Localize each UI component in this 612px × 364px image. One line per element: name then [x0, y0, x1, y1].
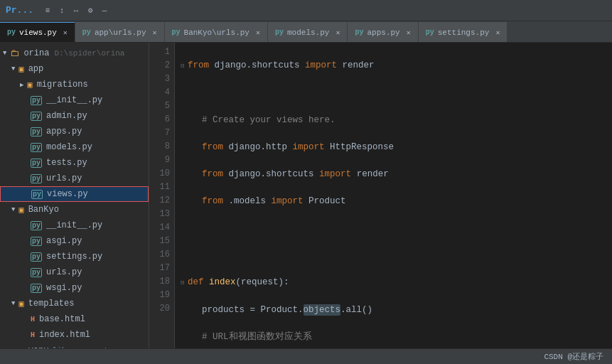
py-icon: py — [82, 28, 91, 36]
code-line-10: products = Product.objects.all() — [181, 304, 612, 317]
code-content: 1 2 3 4 5 6 7 8 9 10 11 12 13 14 15 16 1… — [149, 43, 612, 348]
code-line-1: ⊟from django.shortcuts import render — [181, 59, 612, 73]
py-file-icon: py — [31, 284, 42, 293]
tab-bankyo-urls[interactable]: py BanKyo\urls.py ✕ — [165, 22, 267, 42]
arrow-icon: ▼ — [11, 206, 15, 213]
tab-close-icon[interactable]: ✕ — [407, 28, 411, 37]
split-h-icon[interactable]: ↔ — [70, 5, 82, 16]
sidebar-item-bankyo-wsgi[interactable]: py wsgi.py — [0, 280, 149, 296]
py-icon: py — [426, 28, 434, 36]
sidebar-item-apps[interactable]: py apps.py — [0, 124, 149, 139]
sidebar-item-tests[interactable]: py tests.py — [0, 155, 149, 171]
py-file-icon: py — [31, 127, 42, 136]
sidebar-item-bankyo-init[interactable]: py __init__.py — [0, 218, 149, 233]
tab-close-icon[interactable]: ✕ — [335, 28, 340, 37]
line-numbers: 1 2 3 4 5 6 7 8 9 10 11 12 13 14 15 16 1… — [149, 43, 175, 348]
sidebar-item-label: urls.py — [46, 173, 82, 183]
sidebar-item-label: urls.py — [46, 267, 82, 277]
tab-models[interactable]: py models.py ✕ — [268, 22, 347, 42]
py-file-icon: py — [31, 112, 42, 121]
sidebar-item-label: views.py — [47, 189, 88, 199]
root-folder-icon: 🗀 — [10, 48, 19, 59]
html-file-icon: H — [31, 316, 35, 323]
root-label: orina — [23, 48, 49, 58]
settings-icon[interactable]: ⚙ — [85, 5, 96, 16]
folder-icon: ▣ — [18, 64, 23, 75]
sidebar-item-label: __init__.py — [46, 220, 102, 230]
code-line-11: # URL和视图函数对应关系 — [181, 331, 612, 344]
sidebar: ▼ 🗀 orina D:\spider\orina ▼ ▣ app ▶ ▣ mi… — [0, 43, 149, 348]
sidebar-item-label: BanKyo — [28, 205, 59, 215]
arrow-icon: ▼ — [3, 50, 6, 57]
sidebar-item-label: __init__.py — [46, 95, 102, 105]
title-bar: Pr... ≡ ↕ ↔ ⚙ — — [0, 0, 612, 21]
tab-label: models.py — [287, 28, 329, 37]
code-line-2 — [181, 87, 612, 100]
code-text[interactable]: ⊟from django.shortcuts import render # C… — [175, 43, 612, 348]
tab-settings[interactable]: py settings.py ✕ — [419, 22, 508, 42]
arrow-icon: ▶ — [20, 81, 23, 89]
sidebar-item-label: index.html — [39, 330, 90, 340]
sidebar-item-app[interactable]: ▼ ▣ app — [0, 61, 149, 77]
py-icon: py — [7, 28, 16, 36]
sidebar-item-label: templates — [28, 299, 75, 309]
tab-close-icon[interactable]: ✕ — [256, 28, 260, 37]
code-line-3: # Create your views here. — [181, 114, 612, 127]
sidebar-item-models[interactable]: py models.py — [0, 139, 149, 155]
sidebar-item-templates[interactable]: ▼ ▣ templates — [0, 296, 149, 311]
sidebar-item-label: wsgi.py — [46, 283, 82, 293]
py-file-icon: py — [31, 96, 42, 105]
py-file-icon: py — [31, 252, 42, 262]
tab-label: apps.py — [367, 28, 399, 37]
sidebar-item-label: asgi.py — [46, 236, 82, 246]
sidebar-item-admin[interactable]: py admin.py — [0, 108, 149, 124]
code-line-4: from django.http import HttpResponse — [181, 141, 612, 154]
code-line-9: ⊟def index(request): — [181, 276, 612, 290]
tab-views[interactable]: py views.py ✕ — [0, 22, 75, 42]
sidebar-item-label: tests.py — [46, 158, 87, 168]
split-v-icon[interactable]: ↕ — [56, 5, 68, 16]
py-file-icon: py — [31, 268, 42, 277]
sidebar-root[interactable]: ▼ 🗀 orina D:\spider\orina — [0, 46, 149, 61]
tab-close-icon[interactable]: ✕ — [63, 28, 68, 37]
code-line-8 — [181, 249, 612, 262]
tab-app-urls[interactable]: py app\urls.py ✕ — [75, 22, 164, 42]
sidebar-item-urls[interactable]: py urls.py — [0, 171, 149, 186]
sidebar-item-venv[interactable]: ▶ ▣ venv library root — [0, 343, 149, 348]
sidebar-item-bankyo[interactable]: ▼ ▣ BanKyo — [0, 202, 149, 218]
sidebar-item-bankyo-urls[interactable]: py urls.py — [0, 264, 149, 280]
sidebar-item-label: admin.py — [46, 111, 87, 121]
folder-icon: ▣ — [18, 299, 23, 309]
status-bar: CSDN @还是粽子 — [0, 348, 612, 364]
code-line-7 — [181, 222, 612, 235]
tab-close-icon[interactable]: ✕ — [153, 28, 157, 37]
sidebar-item-views[interactable]: py views.py — [0, 186, 149, 202]
tab-label: BanKyo\urls.py — [184, 28, 249, 37]
py-icon: py — [355, 28, 363, 36]
tab-label: views.py — [19, 28, 57, 37]
sidebar-item-label: base.html — [39, 314, 85, 324]
tab-close-icon[interactable]: ✕ — [495, 28, 500, 37]
arrow-icon: ▼ — [11, 300, 15, 307]
arrow-icon: ▼ — [11, 65, 15, 73]
py-file-icon: py — [31, 159, 42, 168]
main-area: ▼ 🗀 orina D:\spider\orina ▼ ▣ app ▶ ▣ mi… — [0, 43, 612, 348]
menu-icon[interactable]: ≡ — [42, 5, 53, 16]
sidebar-item-init[interactable]: py __init__.py — [0, 92, 149, 108]
py-file-icon: py — [31, 190, 43, 199]
sidebar-item-bankyo-settings[interactable]: py settings.py — [0, 249, 149, 264]
sidebar-item-migrations[interactable]: ▶ ▣ migrations — [0, 77, 149, 92]
sidebar-item-base-html[interactable]: H base.html — [0, 311, 149, 327]
project-icon: Pr... — [6, 5, 33, 16]
py-file-icon: py — [31, 221, 42, 230]
tab-label: app\urls.py — [95, 28, 146, 37]
tab-label: settings.py — [438, 28, 490, 37]
sidebar-item-bankyo-asgi[interactable]: py asgi.py — [0, 233, 149, 249]
sidebar-item-index-html[interactable]: H index.html — [0, 327, 149, 343]
sidebar-item-label: models.py — [46, 142, 92, 152]
tab-apps[interactable]: py apps.py ✕ — [348, 22, 417, 42]
minimize-icon[interactable]: — — [99, 5, 110, 16]
code-editor: 1 2 3 4 5 6 7 8 9 10 11 12 13 14 15 16 1… — [149, 43, 612, 348]
code-line-5: from django.shortcuts import render — [181, 168, 612, 181]
html-file-icon: H — [31, 331, 35, 339]
